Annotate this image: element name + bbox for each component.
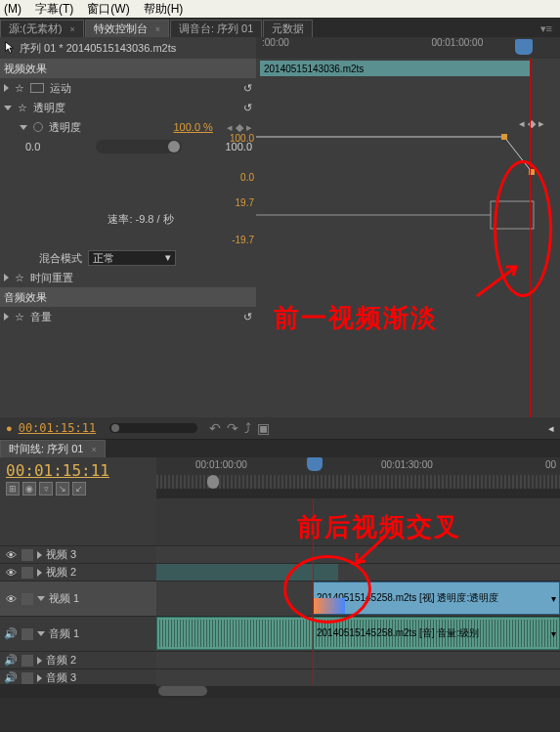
speaker-icon[interactable]: 🔊 — [4, 671, 18, 684]
tool-icon[interactable]: ▿ — [39, 482, 53, 495]
track-header-v2[interactable]: 👁视频 2 — [0, 563, 156, 581]
keyframe-nav[interactable]: ◂ ◆ ▸ — [519, 117, 544, 130]
close-icon[interactable]: × — [155, 24, 160, 34]
track-headers: 👁视频 3 👁视频 2 👁视频 1 🔊音频 1 🔊音频 2 🔊音频 3 — [0, 498, 156, 684]
menubar: (M) 字幕(T) 窗口(W) 帮助(H) — [0, 0, 560, 18]
eye-icon[interactable]: 👁 — [4, 549, 18, 561]
lock-icon[interactable] — [22, 593, 33, 605]
playhead-icon[interactable] — [515, 39, 533, 55]
opacity-value[interactable]: 100.0 % — [174, 121, 213, 133]
clip-audio-prev[interactable] — [156, 617, 313, 650]
timeline-content[interactable]: 20140515145258.m2ts [视] 透明度:透明度▾ 2014051… — [156, 498, 560, 684]
fx-property-tree: 视频效果 ☆ 运动↺ ☆ 透明度↺ 透明度 100.0 % ◂ ◆ ▸ 0.0 … — [0, 59, 256, 418]
lock-icon[interactable] — [22, 549, 33, 561]
rate-label: 速率: -9.8 / 秒 — [0, 209, 256, 229]
speaker-icon[interactable]: 🔊 — [4, 627, 18, 640]
clip-audio[interactable]: 20140515145258.m2ts [音] 音量:级别▾ — [313, 617, 560, 650]
zoom-slider[interactable] — [109, 423, 197, 433]
tool-icon[interactable]: ▣ — [257, 420, 270, 436]
timeline-ruler[interactable]: 00:01:00:00 00:01:30:00 00 — [156, 457, 560, 498]
fx-subheader: 序列 01 * 20140515143036.m2ts :00:0000:01:… — [0, 37, 560, 59]
menu-subtitle[interactable]: 字幕(T) — [35, 1, 73, 18]
speaker-icon[interactable]: 🔊 — [4, 654, 18, 667]
opacity-slider[interactable] — [96, 140, 182, 153]
clip-bar[interactable]: 20140515143036.m2ts — [260, 61, 531, 76]
menu-help[interactable]: 帮助(H) — [144, 1, 184, 18]
lock-icon[interactable] — [22, 672, 33, 684]
audio-effects-header[interactable]: 音频效果 — [0, 287, 256, 307]
marker-icon[interactable]: ◉ — [22, 482, 36, 495]
timeline-playhead[interactable] — [313, 498, 314, 684]
cursor-icon — [4, 41, 16, 55]
menu-window[interactable]: 窗口(W) — [87, 1, 129, 18]
tool-icon[interactable]: ⤴ — [244, 420, 251, 436]
track-a2[interactable] — [156, 651, 560, 668]
blend-mode-select[interactable]: 正常▾ — [88, 250, 176, 266]
opacity-slider-row: 0.0 100.0 — [0, 137, 256, 156]
annotation-arrow — [472, 262, 521, 301]
snap-icon[interactable]: ⊞ — [6, 482, 20, 495]
track-header-v1[interactable]: 👁视频 1 — [0, 581, 156, 616]
clip-title: 序列 01 * 20140515143036.m2ts — [20, 41, 176, 56]
menu-m[interactable]: (M) — [4, 2, 22, 16]
timeline-panel: 时间线: 序列 01× 00:01:15:11 ⊞ ◉ ▿ ↘ ↙ 00:01:… — [0, 440, 560, 731]
tab-metadata[interactable]: 元数据 — [263, 20, 313, 37]
tool-icon[interactable]: ↶ — [209, 420, 221, 436]
track-a3[interactable] — [156, 668, 560, 686]
timeline-timecode[interactable]: 00:01:15:11 — [6, 461, 151, 480]
tab-timeline[interactable]: 时间线: 序列 01× — [0, 440, 106, 457]
annotation-arrow-2 — [352, 534, 391, 569]
timeline-scrollbar[interactable] — [0, 684, 560, 698]
close-icon[interactable]: × — [69, 24, 74, 34]
fx-footer: ● 00:01:15:11 ↶ ↷ ⤴ ▣ ◂ — [0, 417, 560, 439]
lock-icon[interactable] — [22, 567, 33, 579]
track-header-v3[interactable]: 👁视频 3 — [0, 545, 156, 563]
tab-effect-controls[interactable]: 特效控制台× — [85, 20, 169, 37]
track-header-a1[interactable]: 🔊音频 1 — [0, 616, 156, 651]
close-icon[interactable]: × — [91, 445, 96, 454]
tool-icon[interactable]: ↷ — [227, 420, 238, 436]
eye-icon[interactable]: 👁 — [4, 567, 18, 579]
tab-audio-mixer[interactable]: 调音台: 序列 01 — [170, 20, 262, 37]
fx-time-ruler[interactable]: :00:0000:01:00:00 — [256, 37, 560, 59]
panel-menu-icon[interactable]: ▾≡ — [533, 21, 560, 37]
fx-timecode[interactable]: 00:01:15:11 — [19, 421, 96, 435]
track-v1[interactable]: 20140515145258.m2ts [视] 透明度:透明度▾ — [156, 581, 560, 616]
timeline-tabs: 时间线: 序列 01× — [0, 440, 560, 457]
scroll-left-icon[interactable]: ◂ — [548, 422, 554, 435]
svg-line-1 — [504, 137, 532, 172]
panel-tabs: 源:(无素材)× 特效控制台× 调音台: 序列 01 元数据 ▾≡ — [0, 18, 560, 37]
tab-source[interactable]: 源:(无素材)× — [0, 20, 84, 37]
svg-rect-2 — [501, 134, 507, 140]
track-a1[interactable]: 20140515145258.m2ts [音] 音量:级别▾ — [156, 616, 560, 651]
fx-volume[interactable]: ☆ 音量↺ — [0, 307, 256, 326]
playhead-line[interactable] — [530, 59, 531, 418]
video-effects-header[interactable]: 视频效果 — [0, 59, 256, 78]
work-area-handle[interactable] — [207, 475, 219, 489]
fx-graph-area[interactable]: 20140515143036.m2ts ◂ ◆ ▸ 100.0 0.0 19.7… — [256, 59, 560, 418]
lock-icon[interactable] — [22, 655, 33, 667]
effect-controls-panel: 源:(无素材)× 特效控制台× 调音台: 序列 01 元数据 ▾≡ 序列 01 … — [0, 18, 560, 440]
scroll-thumb[interactable] — [158, 686, 207, 696]
blend-mode-row: 混合模式 正常▾ — [0, 248, 256, 268]
playhead-marker[interactable] — [307, 457, 323, 471]
lock-icon[interactable] — [22, 628, 33, 640]
clip-fade[interactable] — [156, 564, 338, 581]
clip-video[interactable]: 20140515145258.m2ts [视] 透明度:透明度▾ — [313, 581, 560, 615]
fx-motion[interactable]: ☆ 运动↺ — [0, 78, 256, 98]
eye-icon[interactable]: 👁 — [4, 593, 18, 605]
opacity-graph — [256, 133, 560, 250]
fx-time-remap[interactable]: ☆ 时间重置 — [0, 268, 256, 287]
svg-rect-5 — [491, 201, 534, 229]
clip-thumbnail — [314, 598, 345, 614]
track-header-a2[interactable]: 🔊音频 2 — [0, 651, 156, 668]
tool-icon[interactable]: ↙ — [72, 482, 86, 495]
tool-icon[interactable]: ↘ — [56, 482, 69, 495]
timeline-header-left: 00:01:15:11 ⊞ ◉ ▿ ↘ ↙ — [0, 457, 156, 498]
fx-opacity-param[interactable]: 透明度 100.0 % ◂ ◆ ▸ — [0, 117, 256, 137]
work-area-bar[interactable] — [156, 475, 560, 489]
fx-opacity[interactable]: ☆ 透明度↺ — [0, 98, 256, 117]
